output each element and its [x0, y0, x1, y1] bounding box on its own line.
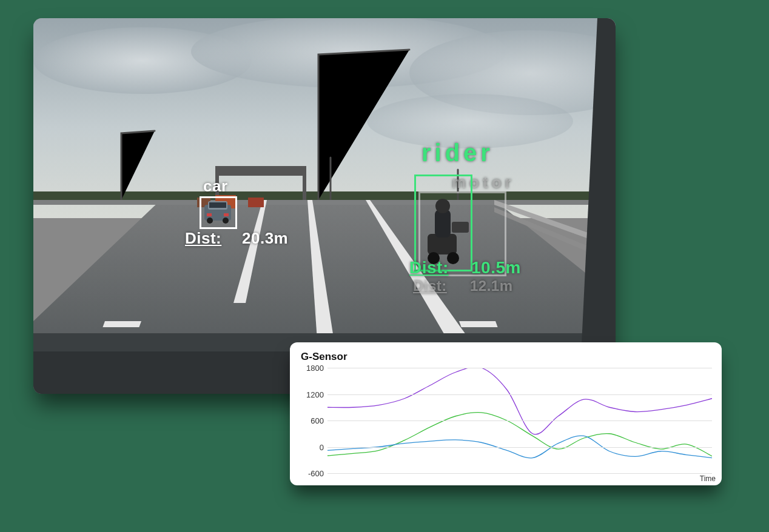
chart-title: G-Sensor	[301, 351, 348, 363]
chart-series-axis-green	[327, 413, 712, 456]
svg-rect-8	[303, 176, 306, 200]
chart-y-tick: -600	[300, 469, 324, 478]
svg-rect-10	[33, 200, 616, 205]
chart-series-axis-purple	[327, 368, 712, 434]
chart-x-axis-label: Time	[700, 474, 716, 483]
svg-rect-17	[459, 321, 498, 327]
dist-value-car: 20.3m	[242, 229, 288, 248]
dist-label-car: Dist:	[185, 229, 221, 248]
svg-rect-6	[215, 166, 306, 176]
chart-gridline	[327, 447, 712, 448]
chart-y-tick: 1800	[300, 364, 324, 373]
chart-gridline	[327, 368, 712, 368]
dashcam-scene	[33, 18, 616, 394]
label-car: car	[203, 177, 228, 196]
dashcam-frame: motor Dist: 12.1m car Dist: 20.3m rider …	[33, 18, 616, 394]
svg-rect-16	[102, 321, 141, 327]
chart-y-tick: 600	[300, 416, 324, 425]
chart-gridline	[327, 421, 712, 421]
dist-value-motorcycle: 12.1m	[470, 278, 513, 294]
dist-value-rider: 10.5m	[471, 258, 521, 278]
chart-y-tick: 1200	[300, 390, 324, 399]
bbox-car	[200, 196, 237, 229]
label-rider: rider	[421, 139, 494, 167]
chart-gridline	[327, 394, 712, 395]
dist-label-rider: Dist:	[409, 258, 449, 278]
svg-rect-20	[248, 198, 264, 207]
chart-gridline	[327, 473, 712, 474]
dist-label-motorcycle: Dist:	[413, 278, 447, 294]
chart-y-tick: 0	[300, 442, 324, 451]
bbox-rider	[414, 175, 472, 271]
gsensor-chart-card: G-Sensor -600060012001800 Time	[290, 342, 722, 485]
chart-plot-area: -600060012001800	[327, 368, 712, 473]
